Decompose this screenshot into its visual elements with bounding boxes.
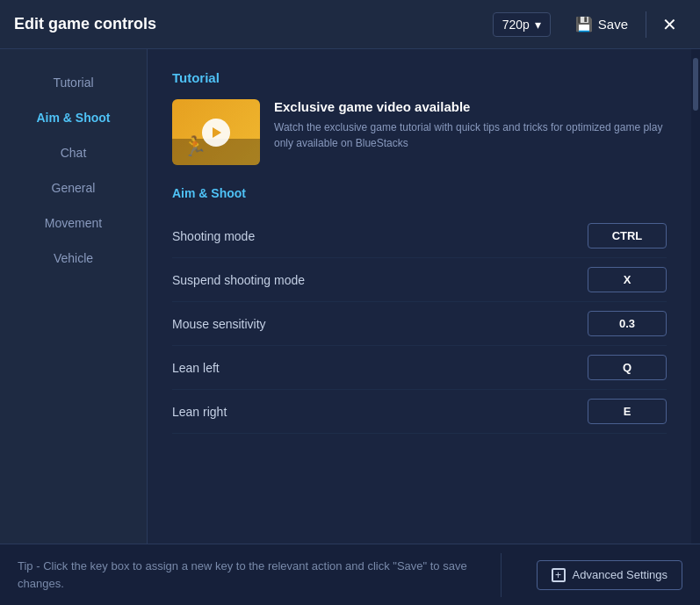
advanced-settings-button[interactable]: Advanced Settings xyxy=(537,560,682,590)
control-label: Suspend shooting mode xyxy=(172,273,305,287)
advanced-settings-label: Advanced Settings xyxy=(573,568,668,581)
control-label: Lean left xyxy=(172,361,220,375)
sidebar-item-chat[interactable]: Chat xyxy=(0,137,147,169)
resolution-dropdown[interactable]: 720p ▾ xyxy=(493,12,551,37)
save-button[interactable]: 💾 Save xyxy=(565,11,639,38)
control-label: Lean right xyxy=(172,405,227,419)
controls-list: Shooting modeCTRLSuspend shooting modeXM… xyxy=(172,214,667,434)
sidebar-item-vehicle[interactable]: Vehicle xyxy=(0,242,147,274)
header-divider xyxy=(646,11,646,38)
play-triangle xyxy=(213,127,221,138)
tutorial-section-title: Tutorial xyxy=(172,70,667,85)
body-layout: Tutorial Aim & Shoot Chat General Moveme… xyxy=(0,49,700,544)
tutorial-box: 🏃 Exclusive game video available Watch t… xyxy=(172,99,667,165)
video-title: Exclusive game video available xyxy=(274,99,667,114)
sidebar-item-general[interactable]: General xyxy=(0,172,147,204)
play-button-icon[interactable] xyxy=(202,119,230,147)
chevron-down-icon: ▾ xyxy=(535,18,541,32)
video-desc: Watch the exclusive game tutorial with q… xyxy=(274,119,667,151)
close-icon: ✕ xyxy=(662,15,677,34)
key-badge[interactable]: E xyxy=(588,399,667,424)
save-icon: 💾 xyxy=(575,16,593,32)
sidebar: Tutorial Aim & Shoot Chat General Moveme… xyxy=(0,49,148,544)
control-row: Suspend shooting modeX xyxy=(172,258,667,302)
page-title: Edit game controls xyxy=(14,15,493,33)
header: Edit game controls 720p ▾ 💾 Save ✕ xyxy=(0,0,700,49)
close-button[interactable]: ✕ xyxy=(653,9,686,40)
scrollbar-track[interactable] xyxy=(691,49,700,544)
sidebar-item-aim-shoot[interactable]: Aim & Shoot xyxy=(0,102,147,133)
advanced-settings-icon xyxy=(552,568,566,582)
control-row: Mouse sensitivity0.3 xyxy=(172,302,667,346)
sidebar-item-movement[interactable]: Movement xyxy=(0,207,147,239)
key-badge[interactable]: 0.3 xyxy=(588,311,667,336)
control-row: Shooting modeCTRL xyxy=(172,214,667,258)
key-badge[interactable]: CTRL xyxy=(588,223,667,248)
scrollbar-thumb[interactable] xyxy=(693,58,698,111)
main-content: Tutorial 🏃 Exclusive game video availabl… xyxy=(148,49,691,544)
aim-shoot-section-title: Aim & Shoot xyxy=(172,186,667,200)
bottom-separator xyxy=(501,553,502,597)
control-label: Shooting mode xyxy=(172,229,255,243)
tutorial-text: Exclusive game video available Watch the… xyxy=(274,99,667,151)
bottom-bar: Tip - Click the key box to assign a new … xyxy=(0,544,700,605)
key-badge[interactable]: Q xyxy=(588,355,667,380)
save-label: Save xyxy=(598,17,628,32)
tutorial-thumbnail[interactable]: 🏃 xyxy=(172,99,260,165)
tip-text: Tip - Click the key box to assign a new … xyxy=(18,558,483,592)
resolution-value: 720p xyxy=(502,18,530,32)
sidebar-item-tutorial[interactable]: Tutorial xyxy=(0,67,147,98)
control-row: Lean rightE xyxy=(172,390,667,434)
control-row: Lean leftQ xyxy=(172,346,667,390)
control-label: Mouse sensitivity xyxy=(172,317,266,331)
key-badge[interactable]: X xyxy=(588,267,667,292)
